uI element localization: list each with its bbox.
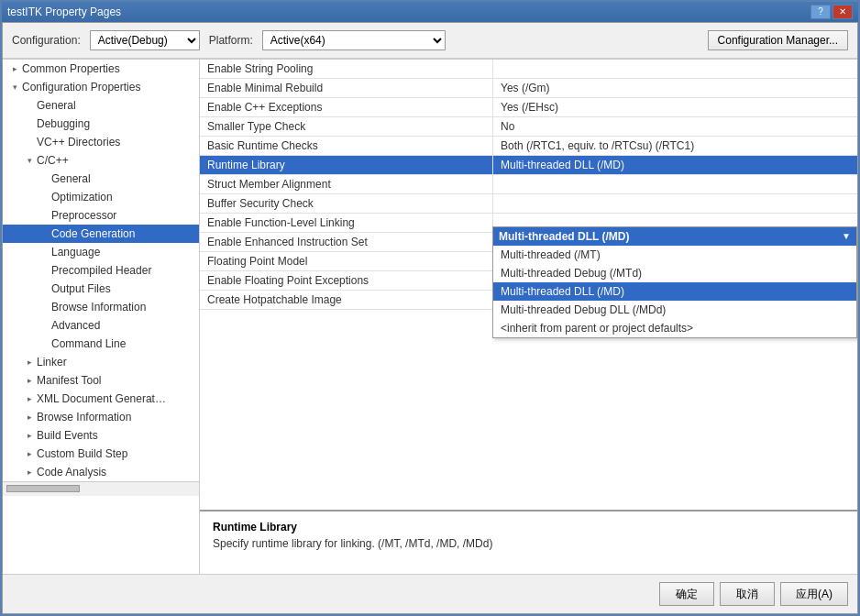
tree-item-label: General (37, 99, 76, 112)
tree-item-code-analysis[interactable]: ▸Code Analysis (3, 463, 199, 481)
collapse-icon[interactable]: ▾ (10, 82, 19, 92)
tree-item-advanced[interactable]: Advanced (3, 316, 199, 335)
tree-item-config-props[interactable]: ▾Configuration Properties (3, 78, 199, 96)
help-button[interactable]: ? (810, 5, 831, 19)
dropdown-option[interactable]: <inherit from parent or project defaults… (493, 319, 856, 337)
tree-item-label: Common Properties (22, 62, 120, 75)
close-button[interactable]: ✕ (832, 5, 853, 19)
prop-value (493, 60, 857, 78)
expand-icon[interactable]: ▸ (25, 412, 34, 422)
tree-item-output-files[interactable]: Output Files (3, 280, 199, 298)
tree-item-label: Build Events (37, 429, 98, 442)
description-panel: Runtime Library Specify runtime library … (200, 510, 857, 574)
dropdown-option[interactable]: Multi-threaded (/MT) (493, 246, 856, 264)
prop-value: Yes (/Gm) (493, 79, 857, 97)
tree-item-label: Optimization (51, 191, 113, 204)
scroll-thumb[interactable] (6, 485, 80, 492)
tree-item-label: Configuration Properties (22, 81, 140, 94)
expand-icon[interactable]: ▸ (25, 449, 34, 458)
tree-item-language[interactable]: Language (3, 243, 199, 261)
prop-value (493, 175, 857, 193)
tree-item-label: Preprocessor (51, 209, 116, 222)
title-bar: testITK Property Pages ? ✕ (2, 2, 858, 22)
prop-name: Create Hotpatchable Image (200, 291, 493, 309)
platform-select[interactable]: Active(x64) (262, 30, 446, 50)
description-text: Specify runtime library for linking. (/M… (213, 537, 844, 550)
expand-icon[interactable]: ▸ (25, 431, 34, 440)
main-window: testITK Property Pages ? ✕ Configuration… (0, 0, 860, 616)
tree-item-cpp[interactable]: ▾C/C++ (3, 151, 199, 170)
tree-item-general[interactable]: General (3, 96, 199, 115)
prop-row[interactable]: Runtime LibraryMulti-threaded DLL (/MD) (200, 156, 857, 175)
tree-item-label: C/C++ (37, 154, 69, 167)
prop-row[interactable]: Basic Runtime ChecksBoth (/RTC1, equiv. … (200, 137, 857, 156)
dropdown-option[interactable]: Multi-threaded DLL (/MD) (493, 282, 856, 301)
tree-item-custom-build[interactable]: ▸Custom Build Step (3, 445, 199, 463)
scroll-bar[interactable] (3, 481, 199, 496)
tree-item-label: Code Generation (51, 227, 135, 240)
prop-name: Smaller Type Check (200, 117, 493, 136)
dropdown-header: Multi-threaded DLL (/MD) ▼ (493, 227, 856, 246)
expand-icon[interactable]: ▸ (10, 64, 19, 73)
tree-item-label: Linker (37, 356, 67, 368)
tree-item-cpp-general[interactable]: General (3, 170, 199, 188)
prop-row[interactable]: Enable Minimal RebuildYes (/Gm) (200, 79, 857, 98)
expand-icon[interactable]: ▸ (25, 358, 34, 367)
dropdown-option[interactable]: Multi-threaded Debug DLL (/MDd) (493, 301, 856, 319)
dialog: Configuration: Active(Debug) Platform: A… (2, 22, 858, 614)
tree-item-linker[interactable]: ▸Linker (3, 353, 199, 371)
tree-item-label: Debugging (37, 117, 90, 130)
tree-item-debugging[interactable]: Debugging (3, 115, 199, 133)
tree-item-label: General (51, 172, 91, 185)
prop-name: Runtime Library (200, 156, 493, 174)
ok-button[interactable]: 确定 (659, 582, 714, 606)
tree-item-label: Browse Information (37, 411, 131, 424)
apply-button[interactable]: 应用(A) (780, 582, 848, 606)
prop-row[interactable]: Enable String Pooling (200, 60, 857, 79)
tree-item-preprocessor[interactable]: Preprocessor (3, 206, 199, 225)
prop-row[interactable]: Buffer Security Check (200, 194, 857, 214)
dropdown-option[interactable]: Multi-threaded Debug (/MTd) (493, 264, 856, 282)
prop-row[interactable]: Enable C++ ExceptionsYes (/EHsc) (200, 98, 857, 117)
expand-icon[interactable]: ▸ (25, 376, 34, 385)
tree-item-label: Precompiled Header (51, 264, 151, 277)
config-manager-button[interactable]: Configuration Manager... (708, 30, 848, 50)
title-bar-controls: ? ✕ (810, 5, 853, 19)
tree-item-label: VC++ Directories (37, 136, 120, 148)
prop-name: Enable Enhanced Instruction Set (200, 233, 493, 251)
prop-name: Enable String Pooling (200, 60, 493, 78)
tree-item-label: Command Line (51, 337, 126, 350)
tree-item-code-gen[interactable]: Code Generation (3, 225, 199, 243)
config-row: Configuration: Active(Debug) Platform: A… (3, 23, 857, 59)
tree-item-browse-info[interactable]: Browse Information (3, 298, 199, 316)
prop-row[interactable]: Smaller Type CheckNo (200, 117, 857, 137)
dropdown-options: Multi-threaded (/MT)Multi-threaded Debug… (493, 246, 856, 337)
collapse-icon[interactable]: ▾ (25, 156, 34, 165)
dropdown-container[interactable]: Multi-threaded DLL (/MD) ▼ Multi-threade… (492, 226, 857, 338)
cancel-button[interactable]: 取消 (720, 582, 775, 606)
tree-item-common-props[interactable]: ▸Common Properties (3, 60, 199, 78)
tree-item-xml-doc[interactable]: ▸XML Document Generat… (3, 390, 199, 408)
tree-item-build-events[interactable]: ▸Build Events (3, 426, 199, 445)
tree-item-label: XML Document Generat… (37, 392, 166, 405)
prop-value[interactable]: Multi-threaded DLL (/MD) (493, 156, 857, 174)
bottom-bar: 确定 取消 应用(A) (3, 574, 857, 613)
platform-label: Platform: (209, 34, 253, 47)
tree-item-label: Manifest Tool (37, 374, 101, 387)
tree-item-precompiled[interactable]: Precompiled Header (3, 261, 199, 280)
tree-item-command-line[interactable]: Command Line (3, 335, 199, 353)
tree-item-browse-info2[interactable]: ▸Browse Information (3, 408, 199, 426)
expand-icon[interactable]: ▸ (25, 394, 34, 403)
prop-name: Enable Minimal Rebuild (200, 79, 493, 97)
prop-value (493, 194, 857, 213)
config-select[interactable]: Active(Debug) (90, 30, 200, 50)
prop-row[interactable]: Struct Member Alignment (200, 175, 857, 194)
tree-item-optimization[interactable]: Optimization (3, 188, 199, 206)
left-panel: ▸Common Properties▾Configuration Propert… (3, 60, 200, 574)
tree-item-manifest-tool[interactable]: ▸Manifest Tool (3, 371, 199, 390)
dropdown-arrow-icon[interactable]: ▼ (842, 231, 851, 241)
expand-icon[interactable]: ▸ (25, 468, 34, 477)
tree-item-label: Output Files (51, 282, 111, 295)
title-bar-left: testITK Property Pages (7, 6, 121, 18)
tree-item-vc-dirs[interactable]: VC++ Directories (3, 133, 199, 151)
